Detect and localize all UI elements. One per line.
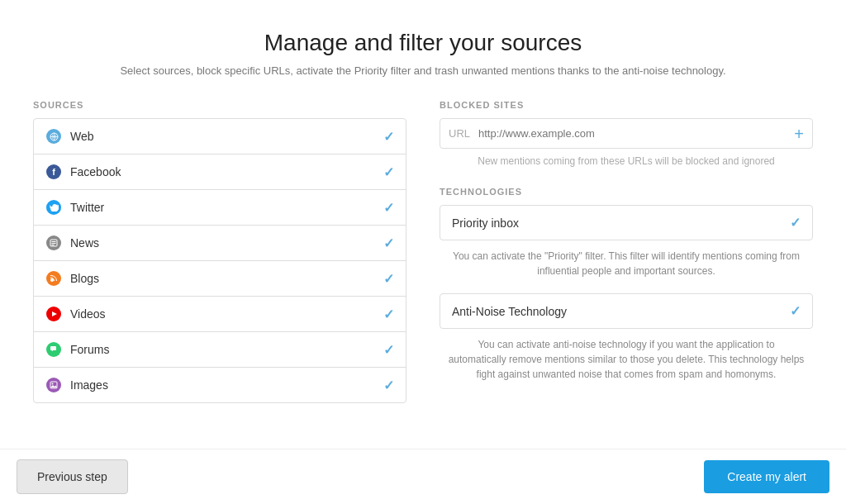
source-check-videos: ✓ — [383, 307, 394, 322]
create-alert-button[interactable]: Create my alert — [704, 460, 829, 493]
facebook-icon: f — [45, 164, 62, 180]
tech-label-anti-noise: Anti-Noise Technology — [452, 305, 790, 318]
source-label-web: Web — [70, 130, 383, 143]
svg-marker-10 — [51, 350, 53, 351]
blocked-sites-section: BLOCKED SITES URL + New mentions coming … — [440, 100, 813, 167]
source-label-twitter: Twitter — [70, 201, 383, 214]
tech-desc-priority-inbox: You can activate the "Priority" filter. … — [440, 249, 813, 278]
url-label: URL — [449, 127, 470, 140]
url-hint: New mentions coming from these URLs will… — [440, 155, 813, 167]
url-add-button[interactable]: + — [794, 126, 804, 142]
forums-icon — [45, 341, 62, 358]
url-input-row: URL + — [440, 118, 813, 149]
source-check-forums: ✓ — [383, 342, 394, 358]
tech-check-priority-inbox: ✓ — [790, 215, 801, 231]
tech-item-priority-inbox[interactable]: Priority inbox ✓ — [440, 205, 813, 240]
source-label-blogs: Blogs — [70, 272, 383, 285]
svg-marker-13 — [50, 385, 57, 388]
source-check-web: ✓ — [383, 129, 394, 145]
source-label-images: Images — [70, 378, 383, 392]
source-label-forums: Forums — [70, 343, 383, 356]
source-item-forums[interactable]: Forums ✓ — [33, 331, 406, 368]
videos-icon — [45, 306, 62, 322]
source-item-facebook[interactable]: f Facebook ✓ — [33, 154, 406, 190]
sources-label: SOURCES — [33, 100, 406, 110]
right-panel: BLOCKED SITES URL + New mentions coming … — [440, 100, 813, 402]
source-item-videos[interactable]: Videos ✓ — [33, 296, 406, 332]
page-title: Manage and filter your sources — [33, 30, 813, 56]
twitter-icon — [45, 199, 62, 216]
source-check-news: ✓ — [383, 235, 394, 251]
source-item-news[interactable]: News ✓ — [33, 225, 406, 261]
tech-item-anti-noise[interactable]: Anti-Noise Technology ✓ — [440, 293, 813, 329]
source-check-facebook: ✓ — [383, 164, 394, 180]
page-subtitle: Select sources, block specific URLs, act… — [33, 64, 813, 77]
tech-label-priority-inbox: Priority inbox — [452, 216, 790, 230]
source-item-images[interactable]: Images ✓ — [33, 367, 406, 403]
source-check-blogs: ✓ — [383, 271, 394, 287]
source-label-videos: Videos — [70, 307, 383, 321]
source-item-blogs[interactable]: Blogs ✓ — [33, 260, 406, 297]
source-check-twitter: ✓ — [383, 200, 394, 216]
technologies-section: TECHNOLOGIES Priority inbox ✓ You can ac… — [440, 187, 813, 382]
source-label-news: News — [70, 236, 383, 250]
images-icon — [45, 377, 62, 393]
url-input[interactable] — [478, 119, 794, 148]
sources-panel: SOURCES We — [33, 100, 406, 402]
source-check-images: ✓ — [383, 378, 394, 393]
sources-list: Web ✓ f Facebook ✓ — [33, 118, 406, 403]
technologies-label: TECHNOLOGIES — [440, 187, 813, 197]
svg-rect-9 — [50, 346, 56, 350]
svg-marker-8 — [52, 311, 57, 316]
source-item-web[interactable]: Web ✓ — [33, 118, 406, 155]
tech-desc-anti-noise: You can activate anti-noise technology i… — [440, 337, 813, 382]
news-icon — [45, 235, 62, 251]
footer: Previous step Create my alert — [0, 449, 846, 504]
svg-point-12 — [52, 383, 54, 385]
tech-check-anti-noise: ✓ — [790, 303, 801, 319]
previous-step-button[interactable]: Previous step — [17, 459, 128, 494]
source-label-facebook: Facebook — [70, 165, 383, 178]
blocked-sites-label: BLOCKED SITES — [440, 100, 813, 110]
blogs-icon — [45, 270, 62, 287]
source-item-twitter[interactable]: Twitter ✓ — [33, 189, 406, 226]
page-header: Manage and filter your sources Select so… — [17, 0, 829, 100]
web-icon — [45, 128, 62, 145]
